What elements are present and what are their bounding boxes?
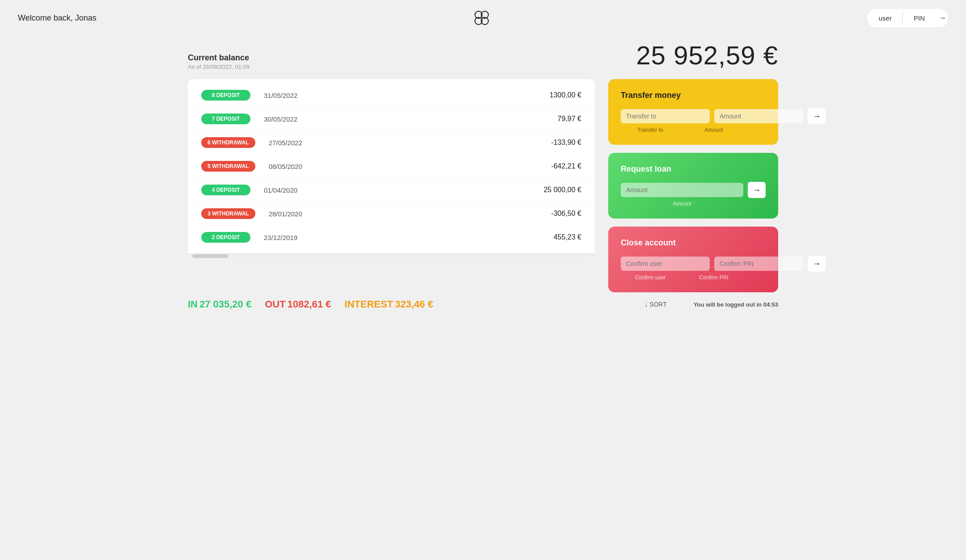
- close-pin-label: Confirm PIN: [684, 274, 743, 281]
- transaction-badge: 2 DEPOSIT: [201, 232, 250, 243]
- table-row: 3 WITHDRAWAL 28/01/2020 -306,50 €: [188, 202, 595, 226]
- table-row: 2 DEPOSIT 23/12/2019 455,23 €: [188, 226, 595, 249]
- balance-info: Current balance As of 26/08/2022, 01:09: [188, 53, 250, 70]
- horizontal-scroll-thumb: [192, 254, 228, 258]
- transaction-amount: -133,90 €: [523, 139, 581, 147]
- transaction-date: 27/05/2022: [255, 139, 523, 147]
- table-row: 4 DEPOSIT 01/04/2020 25 000,00 €: [188, 178, 595, 202]
- summary-interest: INTEREST 323,46 €: [344, 299, 433, 310]
- loan-fields: →: [621, 182, 766, 198]
- loan-spacer: [748, 201, 766, 207]
- table-row: 5 WITHDRAWAL 08/05/2020 -642,21 €: [188, 155, 595, 178]
- summary-interest-label: INTEREST: [344, 299, 393, 310]
- transaction-date: 28/01/2020: [255, 210, 523, 218]
- summary-out: OUT 1082,61 €: [265, 299, 331, 310]
- summary-in-value: 27 035,20 €: [199, 299, 251, 310]
- close-fields: →: [621, 256, 766, 272]
- transaction-amount: 455,23 €: [523, 233, 581, 241]
- transfer-fields: →: [621, 108, 766, 124]
- transactions-list[interactable]: 8 DEPOSIT 31/05/2022 1300,00 € 7 DEPOSIT…: [188, 79, 595, 253]
- transfer-submit-button[interactable]: →: [808, 108, 826, 124]
- auth-pin-button[interactable]: PIN: [904, 11, 935, 25]
- transaction-badge: 8 DEPOSIT: [201, 90, 250, 101]
- transfer-amount-input[interactable]: [714, 109, 803, 123]
- right-panel: Transfer money → Transfer to Amount Requ…: [608, 79, 778, 292]
- summary-interest-value: 323,46 €: [395, 299, 433, 310]
- loan-submit-button[interactable]: →: [748, 182, 766, 198]
- summary-bar: IN 27 035,20 € OUT 1082,61 € INTEREST 32…: [170, 292, 796, 316]
- summary-out-label: OUT: [265, 299, 285, 310]
- loan-amount-label: Amount: [621, 201, 743, 207]
- transfer-spacer: [748, 127, 766, 133]
- close-user-input[interactable]: [621, 257, 710, 271]
- close-title: Close account: [621, 238, 766, 248]
- transaction-amount: -642,21 €: [523, 162, 581, 170]
- table-row: 7 DEPOSIT 30/05/2022 79,97 €: [188, 107, 595, 131]
- transaction-badge: 4 DEPOSIT: [201, 185, 250, 195]
- balance-date: As of 26/08/2022, 01:09: [188, 63, 250, 70]
- transfer-labels: Transfer to Amount: [621, 127, 766, 133]
- close-pin-input[interactable]: [714, 257, 803, 271]
- sort-button[interactable]: ↓ SORT: [644, 301, 667, 308]
- loan-card: Request loan → Amount: [608, 153, 778, 219]
- transaction-date: 23/12/2019: [250, 234, 523, 241]
- auth-arrow[interactable]: →: [938, 13, 946, 23]
- transaction-date: 01/04/2020: [250, 186, 523, 194]
- top-row: Current balance As of 26/08/2022, 01:09 …: [170, 36, 796, 79]
- transfer-amount-label: Amount: [684, 127, 743, 133]
- close-user-label: Confirm user: [621, 274, 680, 281]
- transaction-badge: 5 WITHDRAWAL: [201, 161, 255, 172]
- close-spacer: [748, 274, 766, 281]
- auth-group: user PIN →: [867, 9, 948, 27]
- summary-out-value: 1082,61 €: [287, 299, 331, 310]
- close-card: Close account → Confirm user Confirm PIN: [608, 227, 778, 292]
- main-layout: 8 DEPOSIT 31/05/2022 1300,00 € 7 DEPOSIT…: [170, 79, 796, 292]
- transaction-amount: 1300,00 €: [523, 91, 581, 99]
- loan-title: Request loan: [621, 164, 766, 174]
- close-labels: Confirm user Confirm PIN: [621, 274, 766, 281]
- horizontal-scrollbar[interactable]: [188, 253, 595, 258]
- logout-text: You will be logged out in: [694, 301, 762, 308]
- transactions-card: 8 DEPOSIT 31/05/2022 1300,00 € 7 DEPOSIT…: [188, 79, 595, 258]
- transaction-amount: 25 000,00 €: [523, 186, 581, 194]
- logo: [472, 8, 491, 28]
- transaction-date: 08/05/2020: [255, 163, 523, 170]
- transaction-badge: 3 WITHDRAWAL: [201, 208, 255, 219]
- loan-labels: Amount: [621, 201, 766, 207]
- summary-in: IN 27 035,20 €: [188, 299, 251, 310]
- transfer-to-input[interactable]: [621, 109, 710, 123]
- transaction-badge: 6 WITHDRAWAL: [201, 137, 255, 148]
- transfer-to-label: Transfer to: [621, 127, 680, 133]
- header: Welcome back, Jonas user PIN →: [0, 0, 966, 36]
- auth-user-button[interactable]: user: [869, 11, 902, 25]
- transaction-badge: 7 DEPOSIT: [201, 114, 250, 124]
- transfer-card: Transfer money → Transfer to Amount: [608, 79, 778, 145]
- transaction-date: 31/05/2022: [250, 92, 523, 99]
- table-row: 8 DEPOSIT 31/05/2022 1300,00 €: [188, 84, 595, 107]
- auth-divider: [902, 13, 903, 23]
- loan-amount-input[interactable]: [621, 183, 743, 197]
- transaction-amount: -306,50 €: [523, 210, 581, 218]
- balance-label: Current balance: [188, 53, 250, 63]
- transaction-date: 30/05/2022: [250, 115, 523, 123]
- transaction-amount: 79,97 €: [523, 115, 581, 123]
- transfer-title: Transfer money: [621, 91, 766, 100]
- balance-amount: 25 952,59 €: [636, 40, 778, 70]
- logout-timer: 04:53: [763, 301, 778, 308]
- table-row: 6 WITHDRAWAL 27/05/2022 -133,90 €: [188, 131, 595, 155]
- close-submit-button[interactable]: →: [808, 256, 826, 272]
- summary-in-label: IN: [188, 299, 198, 310]
- welcome-text: Welcome back, Jonas: [18, 13, 97, 23]
- logout-note: You will be logged out in 04:53: [694, 301, 778, 308]
